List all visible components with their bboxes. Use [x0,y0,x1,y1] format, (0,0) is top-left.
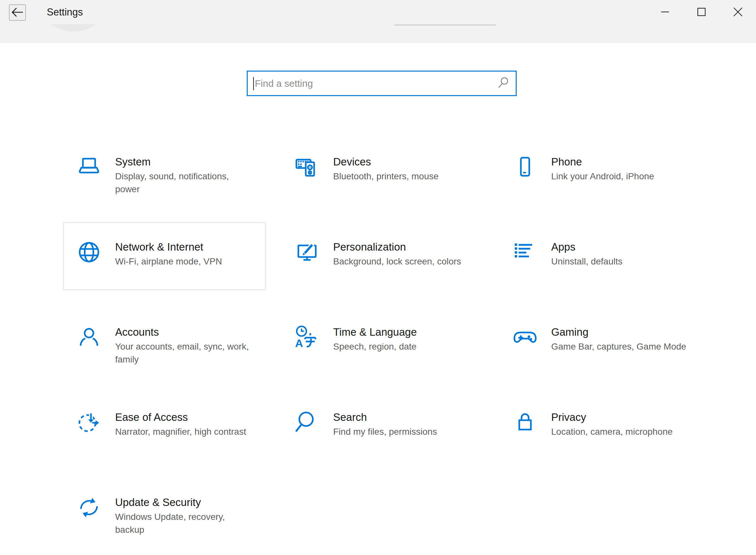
titlebar: Settings [0,0,756,43]
page-title: Settings [47,6,83,19]
game-controller-icon [512,325,538,350]
back-arrow-icon [11,6,24,19]
category-subtitle: Speech, region, date [333,340,417,353]
svg-text:A: A [295,337,303,349]
category-subtitle: Game Bar, captures, Game Mode [551,340,686,353]
category-title: Phone [551,155,654,169]
category-title: Privacy [551,411,673,424]
category-subtitle: Background, lock screen, colors [333,255,461,268]
scroll-remnant-divider [394,25,496,26]
category-tile-network-internet[interactable]: Network & Internet Wi-Fi, airplane mode,… [63,222,266,290]
category-title: Ease of Access [115,411,246,424]
maximize-button[interactable] [683,0,720,25]
category-title: Personalization [333,240,461,254]
category-subtitle: Bluetooth, printers, mouse [333,170,438,183]
minimize-icon [661,8,669,17]
category-subtitle: Windows Update, recovery, backup [115,511,254,536]
sync-icon [76,495,102,520]
clock-language-icon: A [294,325,320,350]
person-icon [76,325,102,350]
ease-of-access-icon [76,410,102,435]
category-title: System [115,155,254,169]
category-title: Time & Language [333,326,417,339]
category-tile-privacy[interactable]: Privacy Location, camera, microphone [499,392,702,460]
category-subtitle: Link your Android, iPhone [551,170,654,183]
laptop-icon [76,154,102,180]
category-tile-time-language[interactable]: A Time & Language Speech, region, date [281,307,484,375]
avatar-arc [34,24,113,32]
category-title: Devices [333,155,438,169]
search-box [247,71,517,96]
globe-icon [76,239,102,265]
category-title: Search [333,411,437,424]
category-subtitle: Find my files, permissions [333,425,437,438]
categories-grid: System Display, sound, notifications, po… [63,137,702,545]
category-title: Gaming [551,326,686,339]
category-subtitle: Your accounts, email, sync, work, family [115,340,254,366]
category-tile-devices[interactable]: Devices Bluetooth, printers, mouse [281,137,484,205]
close-button[interactable] [720,0,756,25]
category-title: Network & Internet [115,240,222,254]
category-tile-system[interactable]: System Display, sound, notifications, po… [63,137,266,205]
text-caret [253,77,254,90]
category-subtitle: Narrator, magnifier, high contrast [115,425,246,438]
category-tile-apps[interactable]: Apps Uninstall, defaults [499,222,702,290]
lock-icon [512,410,538,435]
category-subtitle: Display, sound, notifications, power [115,170,254,196]
category-subtitle: Location, camera, microphone [551,425,673,438]
maximize-icon [697,8,706,17]
category-title: Apps [551,240,623,254]
search-magnifier-icon [497,77,509,90]
category-tile-update-security[interactable]: Update & Security Windows Update, recove… [63,478,266,545]
category-tile-personalization[interactable]: Personalization Background, lock screen,… [281,222,484,290]
close-icon [733,7,743,17]
smartphone-icon [512,154,538,180]
category-tile-gaming[interactable]: Gaming Game Bar, captures, Game Mode [499,307,702,375]
category-title: Accounts [115,326,254,339]
back-button[interactable] [9,4,26,20]
category-tile-ease-of-access[interactable]: Ease of Access Narrator, magnifier, high… [63,392,266,460]
category-title: Update & Security [115,496,254,509]
window-controls [647,0,756,25]
category-tile-search[interactable]: Search Find my files, permissions [281,392,484,460]
category-subtitle: Uninstall, defaults [551,255,623,268]
minimize-button[interactable] [647,0,683,25]
keyboard-speaker-icon [294,154,320,180]
monitor-pen-icon [294,239,320,265]
app-list-icon [512,239,538,265]
category-tile-phone[interactable]: Phone Link your Android, iPhone [499,137,702,205]
search-input[interactable] [248,72,497,95]
magnifier-icon [294,410,320,435]
category-subtitle: Wi-Fi, airplane mode, VPN [115,255,222,268]
category-tile-accounts[interactable]: Accounts Your accounts, email, sync, wor… [63,307,266,375]
